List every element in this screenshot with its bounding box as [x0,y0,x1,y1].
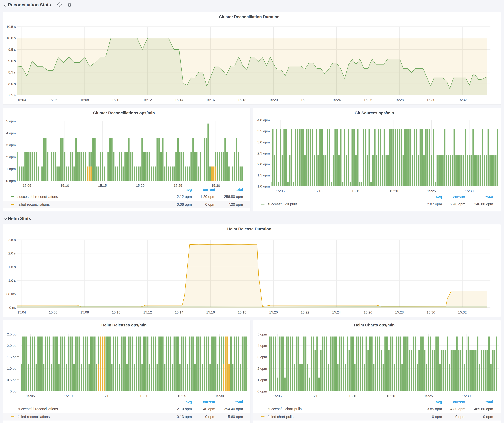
svg-text:465.60 opm: 465.60 opm [474,407,493,411]
svg-text:15:15: 15:15 [349,394,357,398]
svg-text:15:20: 15:20 [136,184,144,188]
svg-text:254.40 opm: 254.40 opm [224,407,243,411]
svg-text:0 opm: 0 opm [6,179,16,183]
svg-text:3 opm: 3 opm [258,355,267,359]
svg-text:15:10: 15:10 [314,189,323,193]
svg-text:total: total [235,188,243,192]
svg-text:15:20: 15:20 [390,189,398,193]
svg-text:5 opm: 5 opm [6,119,16,123]
svg-text:total: total [486,195,493,199]
svg-text:15:12: 15:12 [143,98,152,102]
svg-text:15:20: 15:20 [269,310,278,314]
svg-text:0 opm: 0 opm [258,389,267,393]
svg-text:15:25: 15:25 [174,184,182,188]
svg-text:1.0 s: 1.0 s [8,279,16,282]
svg-text:15:12: 15:12 [143,310,152,314]
svg-text:0 opm: 0 opm [483,415,493,419]
svg-text:256.80 opm: 256.80 opm [224,195,243,199]
svg-text:15:05: 15:05 [23,184,31,188]
svg-text:15:06: 15:06 [49,98,57,102]
svg-text:3 opm: 3 opm [6,143,16,147]
svg-text:avg: avg [186,400,192,404]
svg-text:successful reconciliations: successful reconciliations [18,195,58,199]
svg-text:15:30: 15:30 [462,394,471,398]
svg-text:15:04: 15:04 [17,98,26,102]
svg-text:15:10: 15:10 [112,310,120,314]
svg-text:15:18: 15:18 [238,310,246,314]
svg-text:15:30: 15:30 [215,394,224,398]
svg-text:failed reconciliations: failed reconciliations [18,202,50,206]
svg-text:5 opm: 5 opm [258,332,267,336]
svg-text:2.5 opm: 2.5 opm [7,332,19,336]
svg-text:4.0 opm: 4.0 opm [258,118,270,122]
svg-text:15:14: 15:14 [175,98,183,102]
svg-text:9.0 s: 9.0 s [8,59,16,63]
svg-text:15:25: 15:25 [178,394,186,398]
svg-text:2.5 opm: 2.5 opm [258,151,270,155]
svg-text:2.87 opm: 2.87 opm [427,202,442,206]
svg-text:Cluster Reconciliations ops/mi: Cluster Reconciliations ops/min [93,111,155,115]
svg-text:15:20: 15:20 [269,98,278,102]
svg-text:2.0 s: 2.0 s [8,251,16,255]
svg-text:avg: avg [436,400,442,404]
svg-text:current: current [453,400,466,404]
svg-text:15:04: 15:04 [17,310,26,314]
svg-text:avg: avg [436,195,442,199]
svg-text:2.5 s: 2.5 s [8,238,16,242]
svg-text:9.5 s: 9.5 s [8,48,16,52]
svg-text:15:25: 15:25 [424,394,433,398]
svg-text:15:24: 15:24 [332,310,341,314]
svg-text:500 ms: 500 ms [5,292,16,296]
svg-text:10.5 s: 10.5 s [6,25,16,29]
svg-text:current: current [203,400,215,404]
svg-text:1 opm: 1 opm [6,167,16,171]
svg-text:2.0 opm: 2.0 opm [7,344,19,348]
svg-text:2 opm: 2 opm [6,155,16,159]
svg-text:15:26: 15:26 [364,310,372,314]
svg-text:15:05: 15:05 [26,394,35,398]
svg-text:15:15: 15:15 [102,394,110,398]
svg-text:1.20 opm: 1.20 opm [200,195,215,199]
svg-text:0.06 opm: 0.06 opm [177,202,192,206]
svg-text:1 opm: 1 opm [258,378,267,382]
svg-text:15:22: 15:22 [301,310,309,314]
svg-text:0.5 opm: 0.5 opm [7,378,19,382]
svg-text:Helm Releases ops/min: Helm Releases ops/min [101,323,146,327]
svg-text:0 opm: 0 opm [205,202,215,206]
svg-text:15:32: 15:32 [458,310,467,314]
svg-text:current: current [453,195,466,199]
svg-text:2.10 opm: 2.10 opm [177,407,192,411]
svg-text:2.40 opm: 2.40 opm [200,407,215,411]
svg-text:15:15: 15:15 [98,184,107,188]
svg-text:successful chart pulls: successful chart pulls [268,407,302,411]
svg-text:Git Sources ops/min: Git Sources ops/min [355,111,394,115]
svg-text:1.5 s: 1.5 s [8,265,16,269]
svg-text:total: total [486,400,493,404]
svg-text:15:10: 15:10 [60,184,69,188]
svg-text:8.5 s: 8.5 s [8,70,16,74]
svg-text:0.13 opm: 0.13 opm [177,415,192,419]
svg-text:Cluster Reconciliation Duratio: Cluster Reconciliation Duration [219,14,280,19]
svg-text:10.0 s: 10.0 s [6,36,16,40]
svg-text:15:24: 15:24 [332,98,341,102]
svg-text:15:10: 15:10 [311,394,319,398]
svg-text:15:25: 15:25 [427,189,436,193]
svg-text:Helm Release Duration: Helm Release Duration [227,227,271,231]
svg-text:2.12 opm: 2.12 opm [177,195,192,199]
svg-text:4 opm: 4 opm [6,131,16,135]
svg-text:4 opm: 4 opm [258,344,267,348]
svg-text:current: current [203,188,215,192]
svg-text:total: total [235,400,243,404]
svg-text:successful git pulls: successful git pulls [268,202,298,206]
svg-text:15:05: 15:05 [276,189,285,193]
svg-text:15:05: 15:05 [273,394,282,398]
svg-text:4.80 opm: 4.80 opm [450,407,465,411]
svg-text:7.20 opm: 7.20 opm [228,202,243,206]
svg-text:1.0 opm: 1.0 opm [7,367,19,370]
svg-text:15:16: 15:16 [206,310,215,314]
svg-text:15:30: 15:30 [426,310,435,314]
svg-text:Helm Charts ops/min: Helm Charts ops/min [354,323,395,327]
svg-text:0 ns: 0 ns [9,306,16,310]
svg-text:1.0 opm: 1.0 opm [258,184,270,188]
svg-text:15:30: 15:30 [211,184,220,188]
